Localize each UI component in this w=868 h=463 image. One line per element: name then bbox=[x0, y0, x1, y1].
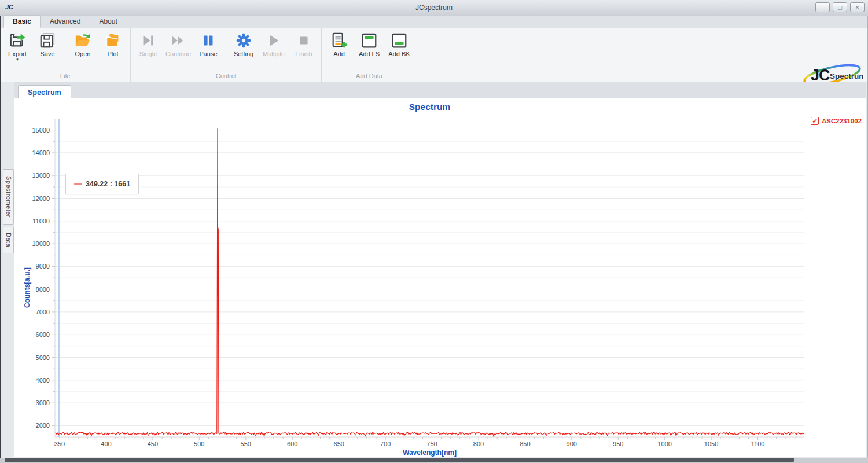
x-tick-label: 650 bbox=[334, 440, 344, 447]
x-tick-label: 1050 bbox=[704, 440, 718, 447]
group-inner-separator bbox=[226, 31, 226, 70]
y-tick-label: 9000 bbox=[36, 263, 50, 270]
y-tick-label: 3000 bbox=[36, 399, 50, 406]
ribbon-tab-basic[interactable]: Basic bbox=[3, 15, 41, 28]
ribbon-tab-row: BasicAdvancedAbout bbox=[0, 16, 868, 28]
minimize-button[interactable]: – bbox=[815, 2, 830, 12]
y-tick-label: 13000 bbox=[32, 172, 50, 179]
button-label: Save bbox=[40, 50, 54, 57]
tab-spectrum[interactable]: Spectrum bbox=[18, 85, 71, 100]
finish-button: Finish bbox=[289, 30, 319, 72]
spectrum-line bbox=[55, 129, 804, 437]
sidebar-tab-spectrometer-label: Spectrometer bbox=[5, 176, 12, 218]
open-folder-icon bbox=[74, 32, 91, 49]
sidebar-tab-data-label: Data bbox=[5, 233, 12, 247]
x-tick-label: 1000 bbox=[657, 440, 671, 447]
button-label: Finish bbox=[295, 50, 312, 57]
y-tick-label: 11000 bbox=[32, 218, 50, 225]
x-tick-label: 750 bbox=[426, 440, 437, 447]
save-button[interactable]: Save bbox=[32, 30, 62, 72]
multiple-button: Multiple bbox=[259, 30, 289, 72]
x-tick-label: 400 bbox=[101, 440, 111, 447]
tooltip-value: 349.22 : 1661 bbox=[86, 180, 130, 188]
ribbon-tab-advanced[interactable]: Advanced bbox=[41, 15, 90, 28]
pause-button[interactable]: Pause bbox=[193, 30, 223, 72]
window-controls: –▢✕ bbox=[815, 2, 865, 12]
y-tick-label: 12000 bbox=[32, 195, 50, 202]
button-label: Continue bbox=[165, 50, 191, 57]
add-background-icon bbox=[391, 32, 408, 49]
save-icon bbox=[39, 32, 56, 49]
add-lightsource-icon bbox=[361, 32, 378, 49]
x-tick-label: 350 bbox=[54, 440, 65, 447]
x-axis-title: Wavelength[nm] bbox=[55, 449, 804, 457]
button-label: Add BK bbox=[388, 50, 410, 57]
y-tick-label: 2000 bbox=[36, 422, 50, 429]
setting-button[interactable]: Setting bbox=[229, 30, 259, 72]
continue-icon bbox=[170, 32, 187, 49]
add-document-icon bbox=[330, 32, 348, 49]
plot-folders-icon bbox=[104, 32, 122, 49]
legend: ✔ ASC2231002 bbox=[811, 117, 862, 125]
multiple-run-icon bbox=[265, 32, 282, 49]
add-button[interactable]: Add bbox=[324, 30, 354, 72]
button-label: Setting bbox=[234, 50, 253, 57]
legend-series-label: ASC2231002 bbox=[822, 117, 862, 124]
x-tick-label: 700 bbox=[380, 440, 391, 447]
button-label: Add bbox=[333, 50, 345, 57]
legend-checkbox[interactable]: ✔ bbox=[811, 117, 819, 125]
title-bar[interactable]: JC JCspectrum –▢✕ bbox=[0, 0, 868, 16]
x-tick-label: 600 bbox=[287, 440, 297, 447]
ribbon-group-file: Export▼SaveOpenPlotFile bbox=[0, 28, 131, 82]
cursor-tooltip: 349.22 : 1661 bbox=[65, 174, 139, 194]
plot-button[interactable]: Plot bbox=[98, 30, 128, 72]
ribbon-tab-about[interactable]: About bbox=[90, 15, 126, 28]
add-ls-button[interactable]: Add LS bbox=[354, 30, 384, 72]
x-tick-label: 550 bbox=[241, 440, 251, 447]
sidebar-tab-spectrometer[interactable]: Spectrometer bbox=[3, 169, 14, 225]
x-tick-label: 950 bbox=[613, 440, 623, 447]
export-button[interactable]: Export▼ bbox=[2, 30, 32, 72]
y-tick-label: 7000 bbox=[36, 308, 50, 315]
spectrum-plot[interactable]: 3504004505005506006507007508008509009501… bbox=[14, 98, 865, 458]
ribbon-groups: Export▼SaveOpenPlotFileSingleContinuePau… bbox=[0, 28, 868, 82]
dropdown-arrow-icon[interactable]: ▼ bbox=[16, 58, 19, 61]
y-tick-label: 15000 bbox=[32, 127, 50, 134]
single-button: Single bbox=[133, 30, 163, 72]
x-tick-label: 450 bbox=[148, 440, 158, 447]
button-label: Multiple bbox=[263, 50, 285, 57]
window-bottom-shadow bbox=[5, 458, 794, 462]
x-tick-label: 1100 bbox=[751, 440, 765, 447]
button-label: Single bbox=[139, 50, 157, 57]
tab-spectrum-label: Spectrum bbox=[28, 89, 61, 97]
window-left-border bbox=[0, 16, 1, 458]
window-title: JCspectrum bbox=[0, 3, 868, 12]
close-button[interactable]: ✕ bbox=[850, 2, 865, 12]
y-tick-label: 14000 bbox=[32, 149, 50, 156]
y-tick-label: 10000 bbox=[32, 240, 50, 247]
x-tick-label: 900 bbox=[567, 440, 577, 447]
sidebar-tab-data[interactable]: Data bbox=[3, 227, 14, 253]
button-label: Open bbox=[75, 50, 91, 57]
group-inner-separator bbox=[65, 31, 65, 70]
continue-button: Continue bbox=[163, 30, 193, 72]
add-bk-button[interactable]: Add BK bbox=[384, 30, 414, 72]
ribbon: Export▼SaveOpenPlotFileSingleContinuePau… bbox=[0, 28, 868, 82]
side-tab-strip: Spectrometer Data bbox=[1, 82, 14, 458]
ribbon-group-label: File bbox=[0, 72, 130, 82]
ribbon-group-add-data: AddAdd LSAdd BKAdd Data bbox=[322, 28, 417, 82]
export-icon bbox=[9, 32, 26, 49]
y-axis-title: Counts[a.u.] bbox=[23, 267, 31, 308]
x-tick-label: 800 bbox=[473, 440, 484, 447]
single-step-icon bbox=[139, 32, 157, 49]
open-button[interactable]: Open bbox=[68, 30, 98, 72]
ribbon-group-label: Add Data bbox=[322, 72, 417, 82]
document-tab-row: Spectrum bbox=[14, 82, 866, 98]
logo-text-jc: JC bbox=[811, 67, 830, 84]
jcspectrum-window: { "window": { "title": "JCspectrum", "ap… bbox=[0, 0, 868, 463]
logo-text-spectrum: Spectrum bbox=[830, 72, 863, 80]
tooltip-series-swatch bbox=[74, 183, 82, 185]
y-tick-label: 8000 bbox=[36, 286, 50, 293]
maximize-button[interactable]: ▢ bbox=[833, 2, 847, 12]
y-tick-label: 6000 bbox=[36, 331, 50, 338]
